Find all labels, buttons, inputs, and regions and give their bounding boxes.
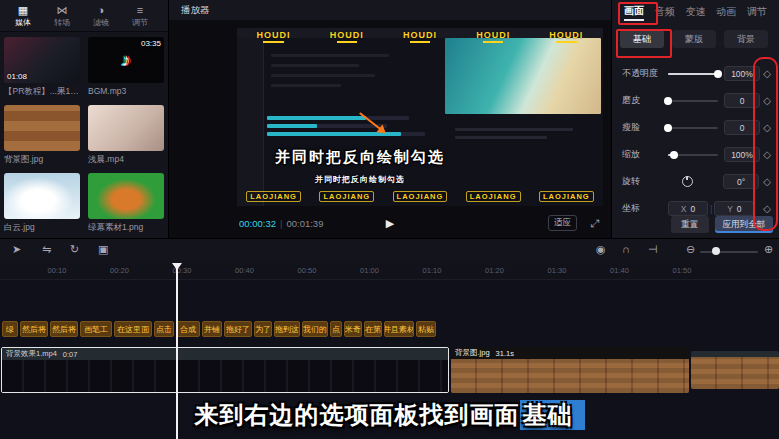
- timeline-text-clip[interactable]: 拖好了: [224, 321, 252, 337]
- inner-timeline-bar: [267, 124, 387, 128]
- inner-timeline-bar: [267, 132, 425, 136]
- inner-ui-line: [271, 64, 359, 67]
- timeline-text-clip[interactable]: 我们的: [302, 321, 328, 337]
- timeline-text-clip[interactable]: 拖到这: [274, 321, 300, 337]
- timeline-text-clip[interactable]: 米奇: [344, 321, 362, 337]
- media-thumbnail: [88, 173, 164, 219]
- inspector-rows: 不透明度100%◇磨皮0◇瘦脸0◇缩放100%◇旋转0°◇坐标X0|Y0◇: [612, 60, 779, 222]
- keyframe-icon[interactable]: ◇: [763, 176, 771, 187]
- media-item[interactable]: 绿幕素材1.png: [88, 173, 164, 234]
- inspector-row: 旋转0°◇: [612, 168, 779, 195]
- rotate-icon[interactable]: ↻: [70, 243, 79, 256]
- media-thumbnail: ♪03:35: [88, 37, 164, 83]
- inspector-subtabs: 基础蒙版背景: [612, 24, 779, 50]
- timeline-text-clip[interactable]: 点击: [154, 321, 174, 337]
- ruler-time-label: 01:00: [360, 266, 379, 275]
- inspector-tab-4[interactable]: 调节: [747, 5, 767, 19]
- timeline-clip-bg-image[interactable]: 背景图.jpg 31.1s: [451, 347, 689, 393]
- timeline-text-clip[interactable]: 并且素材: [384, 321, 414, 337]
- magnet-icon[interactable]: ∩: [622, 243, 630, 255]
- slider-knob[interactable]: [670, 151, 678, 159]
- inspector-tab-1[interactable]: 音频: [655, 5, 675, 19]
- timeline-text-clip[interactable]: 在这里面: [114, 321, 152, 337]
- tool-label: 媒体: [15, 17, 31, 28]
- keyframe-icon[interactable]: ◇: [763, 203, 771, 214]
- keyframe-icon[interactable]: ◇: [763, 149, 771, 160]
- slider-knob[interactable]: [664, 124, 672, 132]
- timeline-text-clip[interactable]: 为了: [254, 321, 272, 337]
- timeline-text-clip[interactable]: 在第: [364, 321, 382, 337]
- tool-media[interactable]: ▦媒体: [8, 4, 38, 28]
- timeline-ruler[interactable]: 00:1000:2000:3000:4000:5001:0001:1001:20…: [0, 263, 779, 280]
- inspector-tab-3[interactable]: 动画: [716, 5, 736, 19]
- timeline-zoom-knob[interactable]: [712, 247, 720, 255]
- slider-track[interactable]: [668, 73, 718, 75]
- playhead-line[interactable]: [176, 263, 178, 439]
- slider-track[interactable]: [668, 100, 718, 102]
- cursor-icon[interactable]: ➤: [12, 243, 21, 256]
- keyframe-icon[interactable]: ◇: [763, 122, 771, 133]
- preview-video: HOUDIHOUDIHOUDIHOUDIHOUDI 并同时把反向绘制勾选 并同时…: [237, 28, 603, 206]
- slider-knob[interactable]: [664, 97, 672, 105]
- timeline-text-clip[interactable]: 画笔工: [80, 321, 112, 337]
- property-value[interactable]: 0°: [723, 174, 759, 189]
- inner-timeline-bar: [267, 116, 409, 120]
- timeline-text-clip[interactable]: 合成: [176, 321, 200, 337]
- coord-x-value[interactable]: X0: [668, 201, 708, 216]
- keyframe-icon[interactable]: ◇: [763, 68, 771, 79]
- timeline-text-clip[interactable]: 点: [330, 321, 342, 337]
- property-value[interactable]: 0: [724, 93, 760, 108]
- property-value[interactable]: 100%: [724, 147, 760, 162]
- clip-duration: 0:07: [63, 350, 78, 359]
- zoom-in-icon[interactable]: ⊕: [764, 243, 773, 256]
- keyframe-icon[interactable]: ◇: [763, 95, 771, 106]
- timeline-text-clip[interactable]: 然后将: [50, 321, 78, 337]
- media-item[interactable]: 白云.jpg: [4, 173, 80, 234]
- record-icon[interactable]: ◉: [596, 243, 606, 256]
- timeline-text-clip[interactable]: 然后将: [20, 321, 48, 337]
- tool-adjust[interactable]: ≡调节: [125, 4, 155, 28]
- timeline-text-clip[interactable]: 绿: [2, 321, 18, 337]
- media-item[interactable]: 浅晨.mp4: [88, 105, 164, 166]
- slider-track[interactable]: [668, 127, 718, 129]
- rotate-dial[interactable]: [682, 176, 693, 187]
- media-item[interactable]: ♪03:35BGM.mp3: [88, 37, 164, 98]
- property-value[interactable]: 0: [724, 120, 760, 135]
- zoom-out-icon[interactable]: ⊖: [686, 243, 695, 256]
- apply-all-button[interactable]: 应用到全部: [715, 216, 774, 233]
- crop-icon[interactable]: ▣: [98, 243, 108, 256]
- inspector-subtab-0[interactable]: 基础: [620, 30, 664, 48]
- coord-y-label: Y: [727, 204, 733, 214]
- property-label: 磨皮: [622, 94, 668, 107]
- media-item[interactable]: 背景图.jpg: [4, 105, 80, 166]
- inspector-tab-2[interactable]: 变速: [686, 5, 706, 19]
- timeline-clip-bg-image-tail[interactable]: [691, 351, 779, 389]
- media-grid-icon: ▦: [18, 4, 28, 16]
- snap-icon[interactable]: ⊣: [648, 243, 658, 256]
- inspector-subtab-2[interactable]: 背景: [724, 30, 768, 48]
- media-item[interactable]: 01:08【PR教程】...果1.mp4: [4, 37, 80, 98]
- timeline-text-clip[interactable]: 粘贴: [416, 321, 436, 337]
- slider-knob[interactable]: [714, 70, 722, 78]
- ruler-time-label: 01:40: [610, 266, 629, 275]
- adjust-icon: ≡: [137, 4, 143, 16]
- property-value[interactable]: 100%: [724, 66, 760, 81]
- timeline-clip-bg-effect[interactable]: 背景效果1.mp4 0:07: [1, 347, 449, 393]
- mirror-icon[interactable]: ⇋: [42, 243, 51, 256]
- video-editor-app: ▦媒体⋈转场◑滤镜≡调节 01:08【PR教程】...果1.mp4♪03:35B…: [0, 0, 779, 439]
- timeline-zoom-slider[interactable]: [700, 251, 758, 253]
- inspector-subtab-1[interactable]: 蒙版: [672, 30, 716, 48]
- coord-y-value[interactable]: Y0: [714, 201, 754, 216]
- reset-button[interactable]: 重置: [671, 216, 709, 233]
- transition-icon: ⋈: [57, 4, 68, 16]
- tool-transition[interactable]: ⋈转场: [47, 4, 77, 28]
- inspector-tab-0[interactable]: 画面: [624, 4, 644, 21]
- fit-button[interactable]: 适应: [548, 215, 577, 231]
- player-tab[interactable]: 播放器: [181, 4, 210, 17]
- slider-track[interactable]: [668, 154, 718, 156]
- watermark-text: LAOJIANG: [246, 191, 301, 202]
- timeline-text-clip[interactable]: 并铺: [202, 321, 222, 337]
- play-button[interactable]: ▶: [386, 217, 394, 230]
- tool-filter[interactable]: ◑滤镜: [86, 4, 116, 28]
- fullscreen-icon[interactable]: ⤢: [590, 217, 599, 230]
